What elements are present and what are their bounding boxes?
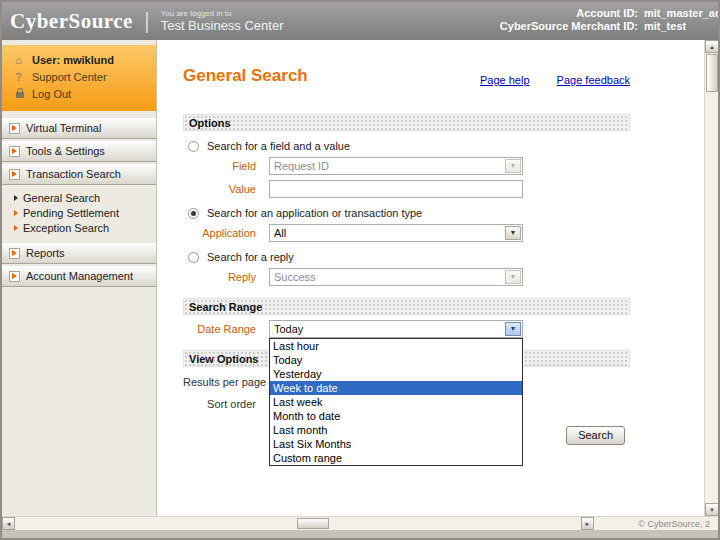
arrow-box-icon bbox=[9, 146, 20, 157]
main-content: General Search Page help Page feedback O… bbox=[158, 40, 704, 516]
user-row: ⌂ User: mwiklund bbox=[2, 52, 156, 69]
chevron-down-icon[interactable] bbox=[505, 270, 521, 284]
options-section-header: Options bbox=[183, 114, 630, 131]
user-block: ⌂ User: mwiklund ? Support Center Log Ou… bbox=[2, 45, 156, 111]
date-option[interactable]: Custom range bbox=[270, 451, 522, 465]
help-links: Page help Page feedback bbox=[456, 74, 630, 86]
business-center-title: Test Business Center bbox=[161, 18, 284, 33]
radio-reply-label: Search for a reply bbox=[207, 251, 294, 263]
page-title: General Search bbox=[183, 66, 308, 86]
lock-icon bbox=[12, 89, 25, 100]
sidebar: ⌂ User: mwiklund ? Support Center Log Ou… bbox=[2, 40, 157, 516]
radio-application-type-label: Search for an application or transaction… bbox=[207, 207, 422, 219]
logged-in-caption: You are logged in to bbox=[161, 9, 284, 18]
sidebar-item-account-management[interactable]: Account Management bbox=[2, 265, 156, 287]
date-option[interactable]: Month to date bbox=[270, 409, 522, 423]
account-info: Account ID: mit_master_ad CyberSource Me… bbox=[500, 7, 718, 32]
page-feedback-link[interactable]: Page feedback bbox=[557, 74, 630, 86]
date-option[interactable]: Last week bbox=[270, 395, 522, 409]
chevron-down-icon[interactable] bbox=[505, 322, 521, 336]
date-option[interactable]: Last month bbox=[270, 423, 522, 437]
logo-separator: | bbox=[144, 8, 150, 34]
chevron-down-icon[interactable] bbox=[505, 226, 521, 240]
arrow-box-icon bbox=[9, 169, 20, 180]
sidebar-item-support-center[interactable]: ? Support Center bbox=[2, 69, 156, 86]
horizontal-scrollbar[interactable]: © CyberSource, 2 bbox=[2, 516, 718, 530]
page-help-link[interactable]: Page help bbox=[480, 74, 530, 86]
chevron-right-icon bbox=[14, 195, 18, 201]
arrow-box-icon bbox=[9, 271, 20, 282]
sidebar-item-log-out[interactable]: Log Out bbox=[2, 86, 156, 103]
user-label: User: mwiklund bbox=[32, 54, 114, 66]
value-label: Value bbox=[183, 183, 269, 195]
scroll-up-icon[interactable] bbox=[705, 40, 719, 53]
logged-in-block: You are logged in to Test Business Cente… bbox=[161, 9, 284, 33]
results-per-page-label: Results per page bbox=[183, 376, 269, 388]
sidebar-item-virtual-terminal[interactable]: Virtual Terminal bbox=[2, 117, 156, 139]
support-center-label: Support Center bbox=[32, 71, 107, 83]
reply-select[interactable]: Success bbox=[269, 268, 523, 286]
merchant-id-label: CyberSource Merchant ID: bbox=[500, 20, 638, 32]
scroll-left-icon[interactable] bbox=[2, 517, 15, 530]
value-input[interactable] bbox=[269, 180, 523, 198]
radio-field-value-label: Search for a field and a value bbox=[207, 140, 350, 152]
window-bottom-edge bbox=[2, 530, 718, 538]
application-label: Application bbox=[183, 227, 269, 239]
search-button[interactable]: Search bbox=[566, 426, 625, 445]
log-out-label: Log Out bbox=[32, 88, 71, 100]
chevron-right-icon bbox=[14, 225, 18, 231]
scroll-down-icon[interactable] bbox=[705, 503, 719, 516]
support-icon: ? bbox=[12, 72, 25, 83]
merchant-id-value: mit_test bbox=[644, 20, 718, 32]
copyright-text: © CyberSource, 2 bbox=[638, 519, 710, 529]
account-id-label: Account ID: bbox=[500, 7, 638, 19]
sidebar-item-general-search[interactable]: General Search bbox=[2, 190, 156, 205]
vertical-scroll-thumb[interactable] bbox=[706, 54, 718, 92]
chevron-down-icon[interactable] bbox=[505, 159, 521, 173]
cybersource-logo: CyberSource bbox=[10, 9, 133, 34]
sidebar-item-transaction-search[interactable]: Transaction Search bbox=[2, 163, 156, 185]
sidebar-item-tools-settings[interactable]: Tools & Settings bbox=[2, 140, 156, 162]
sort-order-label: Sort order bbox=[183, 398, 269, 410]
sidebar-item-reports[interactable]: Reports bbox=[2, 242, 156, 264]
search-range-section-header: Search Range bbox=[183, 298, 630, 315]
date-option[interactable]: Week to date bbox=[270, 381, 522, 395]
radio-application-type[interactable] bbox=[188, 208, 199, 219]
date-option[interactable]: Last Six Months bbox=[270, 437, 522, 451]
account-id-value: mit_master_ad bbox=[644, 7, 718, 19]
app-header: CyberSource | You are logged in to Test … bbox=[2, 2, 718, 40]
home-icon: ⌂ bbox=[12, 55, 25, 66]
application-select[interactable]: All bbox=[269, 224, 523, 242]
chevron-right-icon bbox=[14, 210, 18, 216]
scroll-right-icon[interactable] bbox=[581, 517, 594, 530]
date-option[interactable]: Last hour bbox=[270, 339, 522, 353]
sidebar-item-pending-settlement[interactable]: Pending Settlement bbox=[2, 205, 156, 220]
radio-reply[interactable] bbox=[188, 252, 199, 263]
arrow-box-icon bbox=[9, 123, 20, 134]
reply-label: Reply bbox=[183, 271, 269, 283]
horizontal-scroll-thumb[interactable] bbox=[297, 518, 329, 529]
sidebar-menu: Virtual Terminal Tools & Settings Transa… bbox=[2, 117, 156, 287]
browser-window: CyberSource | You are logged in to Test … bbox=[0, 0, 720, 540]
field-select[interactable]: Request ID bbox=[269, 157, 523, 175]
page-body: ⌂ User: mwiklund ? Support Center Log Ou… bbox=[2, 40, 704, 516]
radio-field-value[interactable] bbox=[188, 141, 199, 152]
date-range-select[interactable]: Today bbox=[269, 320, 523, 338]
field-label: Field bbox=[183, 160, 269, 172]
date-range-label: Date Range bbox=[183, 323, 269, 335]
date-range-dropdown: Last hour Today Yesterday Week to date L… bbox=[269, 338, 523, 466]
date-option[interactable]: Today bbox=[270, 353, 522, 367]
date-option[interactable]: Yesterday bbox=[270, 367, 522, 381]
transaction-search-submenu: General Search Pending Settlement Except… bbox=[2, 186, 156, 242]
arrow-box-icon bbox=[9, 248, 20, 259]
vertical-scrollbar[interactable] bbox=[704, 40, 718, 516]
sidebar-item-exception-search[interactable]: Exception Search bbox=[2, 220, 156, 235]
